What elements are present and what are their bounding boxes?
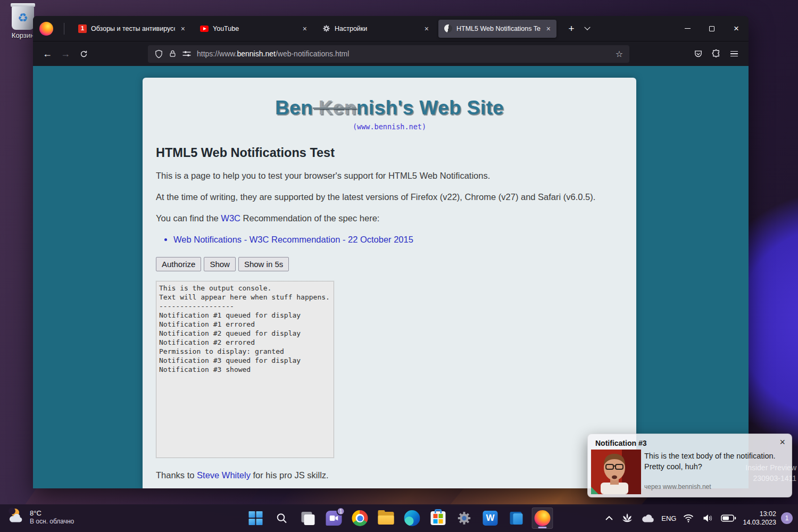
volume-button[interactable] (701, 512, 714, 525)
notification-close-button[interactable]: × (779, 437, 785, 448)
firefox-window: 1 Обзоры и тесты антивирусов. × YouTube … (33, 16, 749, 488)
onedrive-button[interactable] (639, 512, 656, 525)
search-icon (276, 512, 288, 525)
language-indicator[interactable]: ENG (661, 514, 676, 522)
teams-chat-button[interactable]: 1 (323, 508, 345, 529)
reload-button[interactable] (74, 45, 93, 63)
page-body: Ben Kennish's Web Site (www.bennish.net)… (143, 78, 636, 488)
permissions-icon[interactable] (182, 50, 192, 57)
edge-button[interactable] (402, 508, 423, 529)
edge-icon (404, 510, 420, 526)
page-title: HTML5 Web Notifications Test (156, 145, 623, 160)
maximize-button[interactable] (700, 16, 724, 41)
weather-condition: В осн. облачно (30, 518, 74, 526)
word-button[interactable]: W (480, 508, 501, 529)
gear-icon (457, 511, 472, 526)
firefox-taskbar-button[interactable] (532, 508, 553, 529)
chrome-button[interactable] (350, 508, 371, 529)
authorize-button[interactable]: Authorize (156, 257, 201, 271)
navigation-toolbar: ← → https://www.bennish.net/web-notifica… (33, 41, 749, 66)
show-in-5s-button[interactable]: Show in 5s (238, 257, 289, 271)
address-bar[interactable]: https://www.bennish.net/web-notification… (148, 45, 629, 63)
desktop: ♻ Корзин Insider Preview 230903-1411 1 О… (0, 0, 798, 532)
chevron-up-icon (605, 516, 613, 521)
gear-favicon (322, 24, 330, 32)
firefox-logo-icon[interactable] (39, 22, 53, 36)
reload-icon (79, 49, 88, 59)
mail-app-button[interactable] (506, 508, 527, 529)
microsoft-store-button[interactable] (428, 508, 449, 529)
pocket-button[interactable] (689, 45, 707, 63)
bennish-favicon (444, 24, 452, 32)
settings-button[interactable] (454, 508, 475, 529)
puzzle-icon (711, 49, 721, 59)
window-controls: × (675, 16, 749, 41)
time-label: 13:02 (743, 510, 776, 518)
tab-close-icon[interactable]: × (423, 25, 430, 32)
close-window-button[interactable]: × (724, 16, 749, 41)
antivirus-site-favicon: 1 (78, 24, 87, 33)
battery-icon (721, 514, 736, 522)
weather-widget[interactable]: 8°C В осн. облачно (6, 508, 74, 527)
hamburger-icon (730, 51, 738, 57)
word-icon: W (483, 511, 498, 526)
windows-notification-toast[interactable]: Notification #3 × This is the text body … (587, 434, 792, 497)
battery-button[interactable] (719, 512, 738, 524)
notification-count-badge[interactable]: 1 (781, 512, 793, 524)
tab-antivirus-reviews[interactable]: 1 Обзоры и тесты антивирусов. × (73, 20, 191, 38)
search-button[interactable] (271, 508, 293, 529)
start-button[interactable] (245, 508, 267, 529)
w3c-link[interactable]: W3C (221, 213, 240, 223)
tray-app-button[interactable] (620, 511, 635, 525)
pocket-icon (694, 49, 703, 59)
lock-icon[interactable] (169, 49, 177, 58)
struck-text: Ken (313, 97, 356, 119)
lotus-icon (621, 513, 633, 523)
bookmark-star-icon[interactable]: ☆ (616, 49, 623, 59)
tab-close-icon[interactable]: × (301, 25, 309, 32)
extensions-button[interactable] (707, 45, 725, 63)
windows-logo-icon (249, 511, 263, 525)
site-title: Ben Kennish's Web Site (156, 97, 623, 119)
support-paragraph: At the time of writing, they are support… (156, 192, 623, 203)
minimize-button[interactable] (675, 16, 700, 41)
notification-title: Notification #3 (595, 439, 646, 447)
new-tab-button[interactable]: + (563, 20, 579, 38)
w3c-recommendation-link[interactable]: Web Notifications - W3C Recommendation -… (173, 235, 413, 244)
recycle-icon: ♻ (18, 12, 28, 24)
tab-web-notifications-test[interactable]: HTML5 Web Notifications Test × (438, 20, 556, 38)
output-console-textarea[interactable]: This is the output console. Text will ap… (156, 281, 334, 458)
page-viewport: Ben Kennish's Web Site (www.bennish.net)… (33, 66, 749, 488)
tab-close-icon[interactable]: × (545, 25, 552, 32)
credits-line: Thanks to Steve Whitely for his pro JS s… (156, 470, 623, 481)
steve-whitely-link[interactable]: Steve Whitely (197, 470, 251, 480)
clock[interactable]: 13:02 14.03.2023 (743, 510, 776, 527)
date-label: 14.03.2023 (743, 518, 776, 527)
system-tray: ENG 13:02 14.03.2023 1 (603, 504, 793, 532)
microsoft-store-icon (431, 511, 446, 525)
show-button[interactable]: Show (204, 257, 236, 271)
running-indicator (538, 527, 547, 528)
wifi-button[interactable] (681, 512, 696, 525)
file-explorer-button[interactable] (376, 508, 397, 529)
site-url-link[interactable]: (www.bennish.net) (156, 122, 623, 131)
intro-paragraph: This is a page to help you to test your … (156, 170, 623, 181)
tab-youtube[interactable]: YouTube × (195, 20, 313, 38)
chrome-icon (352, 510, 368, 526)
menu-button[interactable] (725, 45, 743, 63)
firefox-icon (535, 510, 551, 526)
url-text[interactable]: https://www.bennish.net/web-notification… (197, 49, 349, 58)
show-hidden-icons-button[interactable] (603, 514, 615, 522)
minimize-icon (685, 28, 691, 29)
tab-close-icon[interactable]: × (179, 25, 187, 32)
tab-settings[interactable]: Настройки × (317, 20, 435, 38)
youtube-favicon (200, 26, 209, 32)
tracking-shield-icon[interactable] (154, 49, 163, 59)
task-view-button[interactable] (297, 508, 319, 529)
tab-strip: 1 Обзоры и тесты антивирусов. × YouTube … (33, 16, 749, 41)
list-all-tabs-button[interactable] (579, 20, 595, 38)
notification-source: через www.bennish.net (644, 483, 711, 491)
weather-temperature: 8°C (30, 509, 74, 518)
back-button[interactable]: ← (38, 45, 56, 63)
spec-paragraph: You can find the W3C Recommendation of t… (156, 213, 623, 224)
